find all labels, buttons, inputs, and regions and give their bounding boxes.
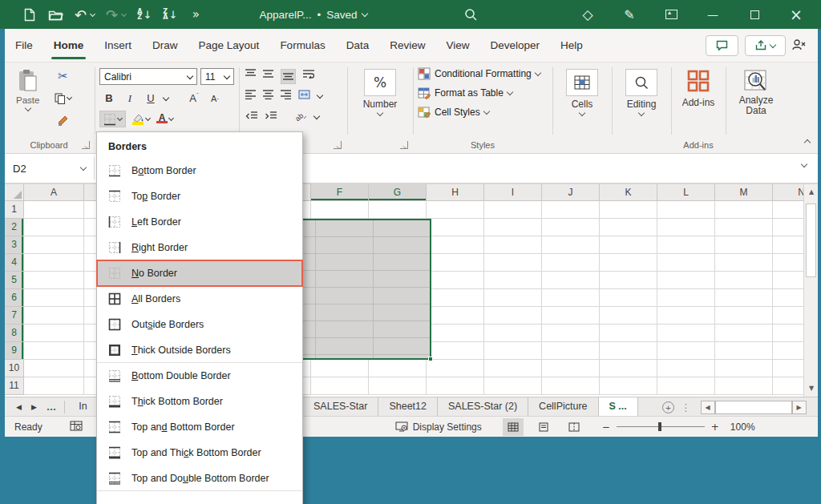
- share-button[interactable]: [745, 35, 786, 56]
- document-title[interactable]: ApparelP... • Saved: [259, 9, 367, 21]
- zoom-in-button[interactable]: +: [711, 421, 719, 433]
- redo-icon[interactable]: ↷: [106, 6, 126, 23]
- zoom-out-button[interactable]: −: [602, 421, 610, 433]
- pen-launcher-icon[interactable]: ✎: [622, 6, 637, 23]
- menu-item[interactable]: Top and Double Bottom Border: [97, 466, 302, 491]
- ribbon-tab[interactable]: Formulas: [269, 29, 335, 62]
- alignment-dialog-launcher-icon[interactable]: [334, 141, 342, 149]
- menu-item[interactable]: Top Border: [97, 183, 302, 209]
- ribbon-tab[interactable]: Help: [550, 29, 593, 62]
- row-header[interactable]: 6: [5, 289, 24, 307]
- ribbon-tab[interactable]: Review: [379, 29, 435, 62]
- ribbon-tab[interactable]: Insert: [94, 29, 142, 62]
- horizontal-scroll-track[interactable]: [715, 401, 792, 414]
- zoom-slider-thumb[interactable]: [658, 422, 661, 431]
- sort-descending-icon[interactable]: ZA↓: [163, 6, 177, 23]
- ribbon-tab[interactable]: View: [435, 29, 479, 62]
- select-all-corner[interactable]: [5, 184, 24, 201]
- font-name-combo[interactable]: Calibri: [99, 68, 197, 85]
- column-header[interactable]: I: [484, 184, 542, 201]
- menu-item[interactable]: Right Border: [97, 235, 302, 260]
- editing-button[interactable]: Editing: [618, 62, 665, 115]
- underline-options-chevron[interactable]: [163, 94, 169, 100]
- row-header[interactable]: 9: [5, 342, 24, 360]
- orientation-chevron[interactable]: [313, 113, 320, 119]
- menu-item[interactable]: Left Border: [97, 209, 302, 235]
- sort-ascending-icon[interactable]: AZ↓: [137, 6, 152, 23]
- vertical-scroll-thumb[interactable]: [806, 204, 816, 277]
- align-left-icon[interactable]: [245, 90, 256, 102]
- format-painter-button[interactable]: [55, 112, 71, 129]
- menu-item[interactable]: All Borders: [97, 286, 302, 312]
- menu-item[interactable]: Bottom Double Border: [97, 363, 302, 389]
- comments-button[interactable]: [706, 35, 738, 56]
- decrease-indent-icon[interactable]: [245, 111, 257, 123]
- column-header[interactable]: M: [715, 184, 773, 201]
- more-commands-icon[interactable]: »: [188, 6, 203, 23]
- hscroll-right-icon[interactable]: ▶: [792, 401, 807, 414]
- ribbon-tab[interactable]: File: [5, 29, 43, 62]
- row-header[interactable]: 5: [5, 272, 24, 289]
- ribbon-tab[interactable]: Page Layout: [188, 29, 270, 62]
- premium-diamond-icon[interactable]: ◇: [580, 6, 595, 23]
- name-box[interactable]: D2: [5, 157, 95, 179]
- clipboard-dialog-launcher-icon[interactable]: [82, 141, 90, 149]
- menu-item[interactable]: Top and Bottom Border: [97, 414, 302, 440]
- bold-button[interactable]: B: [101, 90, 117, 107]
- collapse-ribbon-icon[interactable]: [804, 139, 811, 146]
- merge-center-icon[interactable]: [298, 90, 310, 102]
- ribbon-tab[interactable]: Draw: [142, 29, 188, 62]
- font-size-combo[interactable]: 11: [200, 68, 234, 85]
- scroll-up-icon[interactable]: ▲: [804, 184, 819, 200]
- borders-button[interactable]: [99, 111, 126, 127]
- number-format-button[interactable]: % Number: [358, 62, 402, 115]
- sheet-tab[interactable]: SALES-Star (2): [438, 397, 528, 417]
- horizontal-scrollbar[interactable]: ◀ ▶: [701, 401, 807, 414]
- maximize-button[interactable]: [747, 6, 762, 23]
- sheet-tab[interactable]: S ...: [599, 397, 638, 417]
- display-settings-button[interactable]: Display Settings: [395, 421, 482, 433]
- vertical-scrollbar[interactable]: ▲ ▼: [803, 184, 818, 397]
- increase-indent-icon[interactable]: [265, 111, 277, 123]
- ribbon-tab[interactable]: Developer: [479, 29, 550, 62]
- fill-handle[interactable]: [428, 357, 433, 361]
- people-icon[interactable]: [792, 38, 807, 53]
- menu-item[interactable]: Thick Outside Borders: [97, 337, 302, 363]
- normal-view-button[interactable]: [503, 418, 524, 436]
- macro-record-icon[interactable]: [70, 421, 83, 433]
- row-header[interactable]: 1: [5, 201, 24, 219]
- expand-formula-bar-icon[interactable]: [801, 161, 807, 167]
- style-menu-button[interactable]: Conditional Formatting: [418, 67, 540, 80]
- menu-item[interactable]: Thick Bottom Border: [97, 389, 302, 414]
- row-header[interactable]: 8: [5, 325, 24, 342]
- align-center-icon[interactable]: [263, 90, 273, 102]
- copy-button[interactable]: [55, 90, 71, 107]
- scroll-down-icon[interactable]: ▼: [804, 381, 819, 397]
- sheet-options-dots-icon[interactable]: ⋮: [681, 401, 691, 413]
- number-dialog-launcher-icon[interactable]: [400, 141, 408, 149]
- row-header[interactable]: 11: [5, 377, 24, 395]
- column-header[interactable]: N: [773, 184, 803, 201]
- undo-icon[interactable]: ↶: [75, 6, 95, 23]
- cut-button[interactable]: ✂: [55, 67, 71, 84]
- paste-button[interactable]: Paste: [16, 62, 39, 111]
- style-menu-button[interactable]: Format as Table: [418, 87, 540, 99]
- cells-button[interactable]: Cells: [560, 62, 604, 115]
- italic-button[interactable]: I: [122, 90, 138, 107]
- increase-font-button[interactable]: Aˆ: [186, 90, 202, 107]
- analyze-data-button[interactable]: AnalyzeData: [729, 62, 783, 116]
- style-menu-button[interactable]: Cell Styles: [418, 106, 540, 119]
- ribbon-display-options-icon[interactable]: [664, 6, 678, 23]
- wrap-text-icon[interactable]: [303, 69, 314, 84]
- sheet-nav-right-icon[interactable]: ▶: [26, 403, 42, 411]
- sheet-tab-partial[interactable]: In: [68, 397, 87, 417]
- fill-color-button[interactable]: [132, 111, 150, 127]
- align-right-icon[interactable]: [281, 90, 291, 102]
- zoom-level[interactable]: 100%: [730, 421, 755, 433]
- menu-item[interactable]: Bottom Border: [97, 158, 302, 183]
- underline-button[interactable]: U: [143, 90, 159, 107]
- ribbon-tab[interactable]: Home: [43, 29, 95, 62]
- new-sheet-button[interactable]: +: [662, 401, 674, 413]
- sheet-nav-more-icon[interactable]: …: [42, 401, 62, 413]
- row-header[interactable]: 7: [5, 307, 24, 325]
